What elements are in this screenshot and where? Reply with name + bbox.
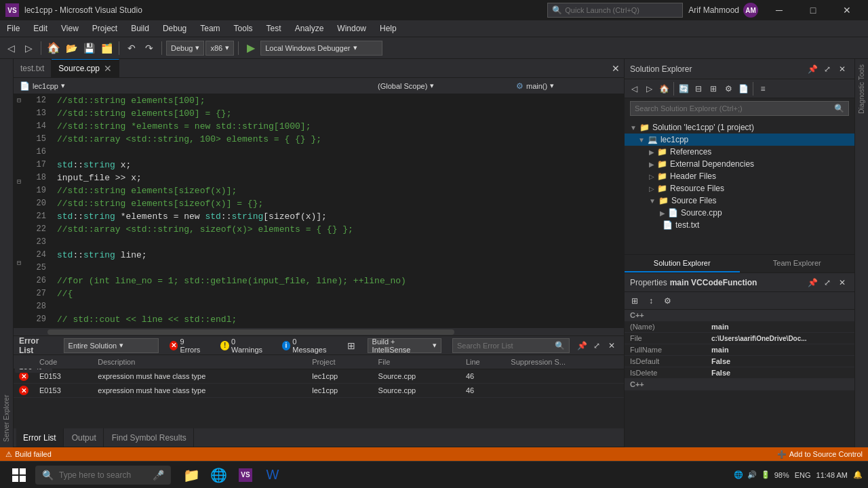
start-debug-button[interactable]: ▶: [243, 40, 259, 56]
tree-view[interactable]: ▼ 📁 Solution 'lec1cpp' (1 project) ▼ 💻 l…: [625, 119, 854, 254]
platform-dropdown[interactable]: x86 ▾: [205, 41, 234, 56]
solution-search[interactable]: 🔍: [630, 101, 849, 116]
collapse-icon[interactable]: ⊟: [17, 178, 21, 186]
taskbar-search-input[interactable]: [59, 470, 147, 480]
diagnostic-tools-tab[interactable]: Diagnostic Tools: [855, 59, 868, 119]
error-table[interactable]: Code Description Project File Line Suppr…: [14, 355, 624, 428]
redo-button[interactable]: ↷: [141, 40, 157, 56]
float-button[interactable]: ⤢: [821, 62, 834, 76]
col-code[interactable]: Code: [34, 355, 92, 369]
speaker-icon[interactable]: 🔊: [747, 470, 757, 479]
pin-button[interactable]: 📌: [806, 276, 819, 289]
close-props-button[interactable]: ✕: [835, 276, 849, 289]
battery-icon[interactable]: 🔋: [761, 470, 770, 479]
pin-button[interactable]: 📌: [806, 62, 819, 76]
window-controls[interactable]: ─ □ ✕: [764, 0, 863, 20]
props-alpha-button[interactable]: ↕: [644, 293, 658, 308]
solution-search-input[interactable]: [635, 104, 831, 113]
collapse-icon[interactable]: ⊟: [17, 96, 21, 104]
error-search[interactable]: 🔍: [452, 338, 570, 353]
menu-help[interactable]: Help: [373, 20, 403, 37]
source-control-button[interactable]: ➕ Add to Source Control: [777, 450, 863, 459]
start-button[interactable]: [5, 462, 33, 489]
tab-team-explorer[interactable]: Team Explorer: [740, 255, 855, 272]
props-categorized-button[interactable]: ⊞: [627, 293, 642, 308]
properties-button[interactable]: 🏠: [657, 82, 671, 96]
scope-dropdown[interactable]: (Global Scope) ▾: [374, 79, 510, 93]
taskbar-word-icon[interactable]: W: [260, 462, 285, 489]
quick-launch[interactable]: 🔍: [547, 3, 683, 18]
col-description[interactable]: Description: [92, 355, 307, 369]
close-editor-button[interactable]: ✕: [608, 60, 624, 77]
tab-error-list[interactable]: Error List: [16, 428, 64, 447]
tree-item-source-cpp[interactable]: ▶ 📄 Source.cpp: [625, 207, 854, 219]
build-status[interactable]: ⚠ Build failed: [5, 450, 52, 459]
tree-item-header-files[interactable]: ▷ 📁 Header Files: [625, 170, 854, 182]
collapse-icon[interactable]: ⊟: [17, 259, 21, 267]
col-suppression[interactable]: Suppression S...: [505, 355, 624, 369]
panel-float-button[interactable]: ⤢: [590, 339, 604, 352]
tab-find-symbol-results[interactable]: Find Symbol Results: [105, 428, 194, 447]
maximize-button[interactable]: □: [797, 0, 829, 20]
error-search-input[interactable]: [457, 342, 552, 350]
menu-team[interactable]: Team: [193, 20, 226, 37]
props-row-fullname[interactable]: FullName main: [625, 344, 854, 356]
col-icon[interactable]: [14, 355, 34, 369]
filter-toolbar-button[interactable]: ⊞: [343, 338, 359, 354]
taskbar-explorer-icon[interactable]: 📁: [179, 462, 203, 489]
props-properties-button[interactable]: ⚙: [660, 293, 675, 308]
message-count-badge[interactable]: i 0 Messages: [277, 336, 335, 355]
table-row[interactable]: ✕ E0153 expression must have class type …: [14, 369, 624, 384]
back-button[interactable]: ◁: [627, 82, 641, 96]
taskbar-vs-icon[interactable]: VS: [233, 462, 258, 489]
back-button[interactable]: ◁: [3, 40, 19, 56]
col-file[interactable]: File: [373, 355, 460, 369]
code-content[interactable]: //std::string elements[100]; //std::stri…: [52, 94, 624, 327]
menu-debug[interactable]: Debug: [156, 20, 193, 37]
function-dropdown[interactable]: ⚙ main() ▾: [513, 79, 621, 93]
taskbar-search[interactable]: 🔍 🎤: [35, 466, 171, 485]
network-icon[interactable]: 🌐: [734, 470, 743, 479]
quick-launch-input[interactable]: [565, 6, 667, 14]
tree-item-references[interactable]: ▶ 📁 References: [625, 146, 854, 158]
panel-close-button[interactable]: ✕: [605, 339, 618, 352]
debug-mode-dropdown[interactable]: Debug ▾: [166, 41, 204, 56]
new-project-button[interactable]: 🏠: [45, 40, 62, 56]
tree-item-resource-files[interactable]: ▷ 📁 Resource Files: [625, 182, 854, 195]
taskbar-edge-icon[interactable]: 🌐: [206, 462, 231, 489]
menu-file[interactable]: File: [0, 20, 26, 37]
properties-table[interactable]: C++ (Name) main File c:\Users\aarif\OneD…: [625, 310, 854, 408]
toolbar-icon[interactable]: ⊞: [343, 338, 359, 354]
filter-button[interactable]: ⊞: [707, 82, 720, 96]
show-all-button[interactable]: ≡: [756, 82, 770, 96]
props-row-isdelete[interactable]: IsDelete False: [625, 367, 854, 379]
col-line[interactable]: Line: [460, 355, 505, 369]
save-button[interactable]: 💾: [81, 40, 97, 56]
menu-test[interactable]: Test: [260, 20, 288, 37]
tree-item-solution[interactable]: ▼ 📁 Solution 'lec1cpp' (1 project): [625, 121, 854, 134]
build-dropdown[interactable]: Build + IntelliSense ▾: [368, 338, 441, 353]
menu-analyze[interactable]: Analyze: [288, 20, 331, 37]
close-button[interactable]: ✕: [831, 0, 863, 20]
forward-button[interactable]: ▷: [20, 40, 37, 56]
notifications-icon[interactable]: 🔔: [853, 470, 863, 479]
filter-dropdown[interactable]: Entire Solution ▾: [64, 338, 159, 353]
menu-project[interactable]: Project: [85, 20, 124, 37]
horizontal-scrollbar[interactable]: [14, 327, 624, 336]
props-row-name[interactable]: (Name) main: [625, 321, 854, 333]
warning-count-badge[interactable]: ! 0 Warnings: [215, 336, 271, 355]
tab-output[interactable]: Output: [65, 428, 104, 447]
file-selector-dropdown[interactable]: 📄 lec1cpp ▾: [16, 79, 372, 93]
error-count-badge[interactable]: ✕ 9 Errors: [164, 336, 210, 355]
tree-item-lec1cpp[interactable]: ▼ 💻 lec1cpp: [625, 134, 854, 146]
filter-dropdown-container[interactable]: Entire Solution ▾: [64, 338, 159, 353]
table-row[interactable]: ✕ E0153 expression must have class type …: [14, 384, 624, 398]
undo-button[interactable]: ↶: [123, 40, 140, 56]
mic-icon[interactable]: 🎤: [153, 470, 164, 481]
debugger-dropdown[interactable]: Local Windows Debugger ▾: [260, 41, 382, 56]
code-editor[interactable]: ⊟ ⊟ ⊟ 12: [14, 94, 624, 327]
menu-view[interactable]: View: [54, 20, 85, 37]
menu-edit[interactable]: Edit: [26, 20, 54, 37]
minimize-button[interactable]: ─: [764, 0, 795, 20]
menu-tools[interactable]: Tools: [227, 20, 260, 37]
